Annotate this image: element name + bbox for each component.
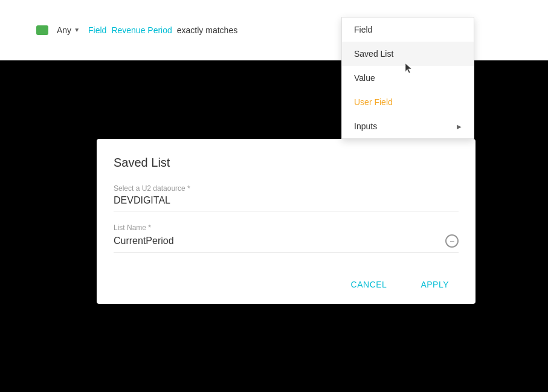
- chevron-down-icon: ▼: [74, 27, 80, 33]
- listname-field: List Name * CurrentPeriod −: [114, 223, 459, 253]
- dropdown-item-value[interactable]: Value: [342, 66, 474, 90]
- dropdown-item-field[interactable]: Field: [342, 18, 474, 42]
- dropdown-user-field-label: User Field: [354, 97, 393, 107]
- dialog-actions: CANCEL APPLY: [114, 265, 459, 304]
- remove-button[interactable]: −: [445, 234, 459, 248]
- datasource-value: DEVDIGITAL: [114, 195, 170, 206]
- dropdown-saved-list-label: Saved List: [354, 49, 393, 59]
- apply-button[interactable]: APPLY: [411, 275, 459, 294]
- top-bar: Any ▼ Field Revenue Period exactly match…: [0, 0, 548, 60]
- tag-icon: [36, 25, 48, 35]
- datasource-label: Select a U2 dataource *: [114, 184, 459, 193]
- datasource-field: Select a U2 dataource * DEVDIGITAL: [114, 184, 459, 211]
- any-label: Any: [57, 25, 71, 35]
- listname-label: List Name *: [114, 223, 459, 232]
- field-link[interactable]: Field: [88, 25, 106, 35]
- dropdown-menu: Field Saved List Value User Field Inputs…: [341, 17, 474, 139]
- listname-value: CurrentPeriod: [114, 236, 174, 246]
- any-button[interactable]: Any ▼: [53, 23, 83, 37]
- dropdown-inputs-label: Inputs: [354, 121, 377, 131]
- dropdown-item-user-field[interactable]: User Field: [342, 90, 474, 114]
- listname-value-row: CurrentPeriod −: [114, 234, 459, 253]
- dropdown-item-saved-list[interactable]: Saved List: [342, 42, 474, 66]
- filter-row: Any ▼ Field Revenue Period exactly match…: [36, 23, 237, 37]
- dialog-title: Saved List: [114, 156, 459, 170]
- datasource-value-row: DEVDIGITAL: [114, 195, 459, 211]
- dropdown-item-inputs[interactable]: Inputs ▶: [342, 114, 474, 138]
- chevron-right-icon: ▶: [457, 123, 462, 130]
- exactly-matches-text: exactly matches: [177, 25, 237, 35]
- revenue-period-link[interactable]: Revenue Period: [111, 25, 172, 35]
- dropdown-value-label: Value: [354, 73, 375, 83]
- saved-list-dialog: Saved List Select a U2 dataource * DEVDI…: [97, 139, 475, 304]
- dropdown-field-label: Field: [354, 25, 372, 34]
- cancel-button[interactable]: CANCEL: [341, 275, 397, 294]
- minus-icon-symbol: −: [450, 236, 454, 246]
